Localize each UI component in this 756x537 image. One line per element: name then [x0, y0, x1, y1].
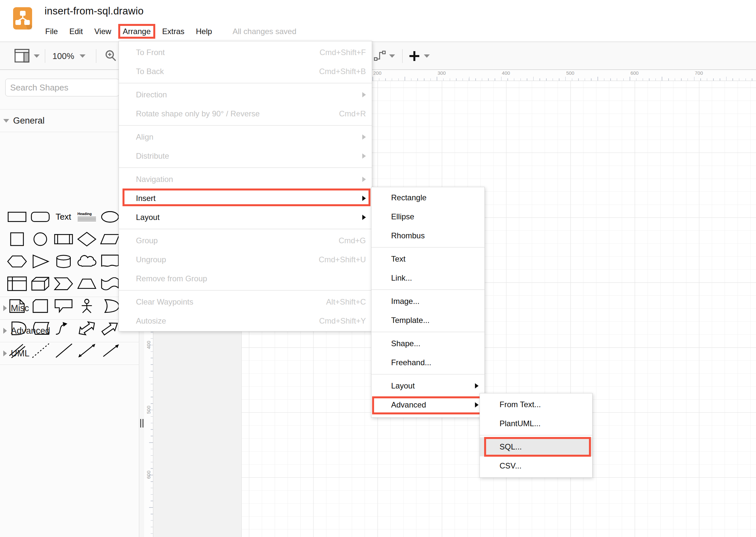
header: insert-from-sql.drawio File Edit View Ar… — [0, 0, 756, 42]
ruler-label: 600 — [146, 468, 152, 482]
submenu-arrow-icon — [362, 177, 366, 182]
toolbar: 100% — [0, 42, 756, 70]
menu-item[interactable]: Advanced — [371, 395, 484, 414]
menu-item[interactable]: Shape... — [371, 334, 484, 353]
menubar-item[interactable]: Help — [196, 24, 212, 39]
shape-cylinder[interactable] — [52, 250, 75, 272]
menu-item[interactable]: Direction — [119, 85, 372, 104]
menubar-item[interactable]: Extras — [162, 24, 184, 39]
menu-item[interactable]: Distribute — [119, 146, 372, 166]
view-panels-button[interactable] — [15, 49, 29, 64]
menu-item[interactable]: Ellipse — [371, 207, 484, 226]
menu-item[interactable]: Image... — [371, 292, 484, 311]
shape-cube[interactable] — [28, 272, 52, 295]
menu-item[interactable]: From Text... — [480, 395, 592, 414]
shape-internal-storage[interactable] — [5, 272, 28, 295]
view-panels-caret-icon[interactable] — [34, 55, 40, 58]
ruler-label: 600 — [627, 70, 642, 76]
menu-item[interactable]: Align — [119, 128, 372, 146]
shape-trapezoid[interactable] — [75, 272, 98, 295]
menubar-item[interactable]: Arrange — [123, 24, 151, 39]
menu-item[interactable]: PlantUML... — [480, 414, 592, 433]
shape-rectangle[interactable] — [5, 206, 28, 228]
shape-triangle[interactable] — [28, 250, 52, 272]
waypoint-caret-icon[interactable] — [389, 55, 395, 58]
shortcut: Alt+Shift+C — [326, 297, 366, 307]
zoom-level[interactable]: 100% — [53, 51, 74, 61]
shape-parallelogram[interactable] — [98, 228, 122, 250]
menu-item[interactable]: Rhombus — [371, 226, 484, 245]
insert-plus-caret-icon[interactable] — [424, 55, 430, 58]
shortcut: Cmd+G — [339, 236, 366, 245]
shape-document[interactable] — [98, 250, 122, 272]
shape-textbox-heading[interactable]: Heading — [75, 206, 98, 228]
shortcut: Cmd+Shift+Y — [319, 316, 366, 326]
menu-item[interactable]: Rectangle — [371, 188, 484, 207]
sidebar-section-uml[interactable]: UML — [0, 342, 139, 364]
submenu-arrow-icon — [362, 92, 366, 97]
shape-process[interactable] — [52, 228, 75, 250]
menu-item[interactable]: Layout — [119, 208, 372, 227]
menu-separator — [119, 290, 372, 290]
shape-step[interactable] — [52, 272, 75, 295]
menu-item[interactable]: Group Cmd+G — [119, 231, 372, 250]
shortcut: Cmd+Shift+B — [319, 67, 366, 76]
insert-submenu: Rectangle Ellipse Rhombus — [371, 187, 485, 418]
waypoint-style-button[interactable] — [373, 49, 387, 63]
drawio-logo-icon — [13, 7, 32, 29]
shape-text[interactable]: Text — [52, 206, 75, 228]
menu-separator — [371, 247, 484, 248]
ruler-label: 300 — [435, 70, 449, 76]
menu-item[interactable]: Remove from Group — [119, 269, 372, 288]
ruler-label: 500 — [563, 70, 578, 76]
menu-item[interactable]: Link... — [371, 268, 484, 288]
menu-item[interactable]: Template... — [371, 311, 484, 330]
shape-circle[interactable] — [28, 228, 52, 250]
menu-separator — [119, 125, 372, 126]
ruler-label: 200 — [370, 70, 385, 76]
advanced-submenu: From Text... PlantUML... SQL... — [479, 393, 592, 478]
divider — [0, 364, 139, 365]
ruler-label: 400 — [146, 338, 152, 352]
shape-hexagon[interactable] — [5, 250, 28, 272]
arrange-menu: To Front Cmd+Shift+F To Back Cmd+Shift+B — [119, 41, 372, 331]
menu-item[interactable]: To Front Cmd+Shift+F — [119, 43, 372, 62]
menu-item[interactable]: CSV... — [480, 456, 592, 475]
menu-item[interactable]: Layout — [371, 376, 484, 395]
menu-separator — [119, 229, 372, 229]
sidebar-collapse-handle[interactable] — [140, 419, 143, 428]
menu-item[interactable]: Rotate shape only by 90° / Reverse Cmd+R — [119, 104, 372, 123]
menu-item[interactable]: Ungroup Cmd+Shift+U — [119, 250, 372, 269]
shortcut: Cmd+Shift+U — [319, 255, 366, 264]
menu-item[interactable]: Freehand... — [371, 353, 484, 372]
menu-separator — [480, 435, 592, 435]
menubar-item[interactable]: View — [94, 24, 111, 39]
menubar-item[interactable]: Edit — [69, 24, 83, 39]
menubar: File Edit View Arrange Extras Help — [45, 24, 212, 39]
menu-item[interactable]: Clear Waypoints Alt+Shift+C — [119, 292, 372, 311]
search-shapes-input[interactable] — [5, 79, 119, 96]
zoom-caret-icon[interactable] — [80, 55, 86, 58]
drawio-app: insert-from-sql.drawio File Edit View Ar… — [0, 0, 756, 537]
menu-item[interactable]: To Back Cmd+Shift+B — [119, 62, 372, 81]
shape-tape[interactable] — [98, 272, 122, 295]
save-status: All changes saved — [233, 24, 296, 39]
menu-item[interactable]: Insert — [119, 189, 372, 208]
shape-diamond[interactable] — [75, 228, 98, 250]
shape-rounded-rectangle[interactable] — [28, 206, 52, 228]
submenu-arrow-icon — [362, 215, 366, 220]
menu-item[interactable]: Autosize Cmd+Shift+Y — [119, 311, 372, 330]
chevron-down-icon — [3, 119, 9, 123]
shape-cloud[interactable] — [75, 250, 98, 272]
insert-plus-button[interactable] — [408, 50, 421, 63]
menu-item[interactable]: Text — [371, 249, 484, 268]
menu-separator — [371, 289, 484, 290]
zoom-in-button[interactable] — [104, 49, 117, 63]
shortcut: Cmd+Shift+F — [320, 48, 366, 57]
shape-ellipse[interactable] — [98, 206, 122, 228]
shape-square[interactable] — [5, 228, 28, 250]
shortcut: Cmd+R — [339, 109, 366, 118]
menubar-item[interactable]: File — [45, 24, 58, 39]
menu-item[interactable]: Navigation — [119, 170, 372, 189]
menu-item[interactable]: SQL... — [480, 437, 592, 456]
